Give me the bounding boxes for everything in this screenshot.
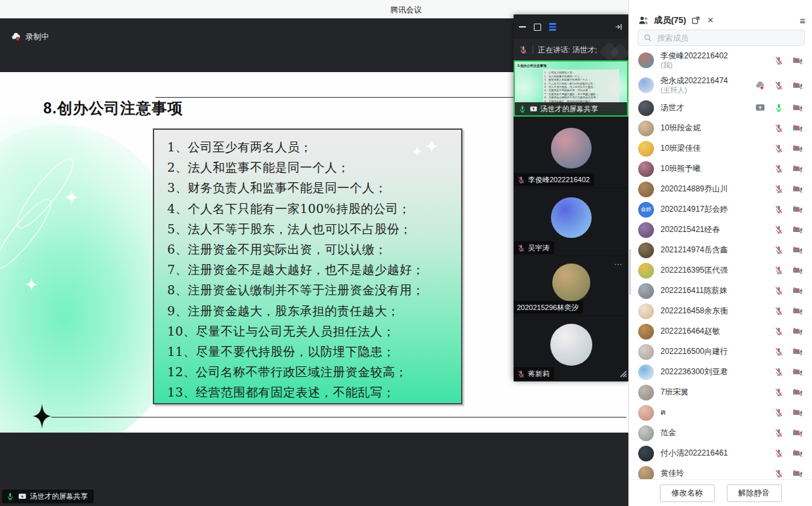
mic-muted-icon[interactable] — [774, 164, 784, 174]
mic-muted-icon[interactable] — [774, 123, 784, 133]
member-name-block: 10班梁佳佳 — [660, 144, 700, 153]
mic-muted-icon[interactable] — [774, 225, 784, 235]
mic-muted-icon[interactable] — [774, 286, 784, 296]
member-row[interactable]: 尧永成2022216474(主持人) — [629, 73, 812, 98]
view-layout-icon[interactable] — [549, 23, 556, 31]
mic-muted-icon[interactable] — [774, 367, 784, 377]
tile-name-label: 李俊峰2022216402 — [514, 173, 594, 186]
tile-more-button[interactable]: ... — [612, 260, 625, 268]
member-row[interactable]: 范金 — [629, 423, 812, 443]
mic-muted-icon[interactable] — [774, 326, 784, 336]
mic-on-icon — [6, 492, 14, 501]
cam-muted-icon[interactable] — [792, 448, 803, 458]
cam-muted-icon[interactable] — [792, 56, 803, 66]
resize-handle-icon[interactable] — [619, 368, 627, 380]
video-tile[interactable]: ...2020215296林奕汐 — [514, 256, 628, 315]
screen-share-icon[interactable] — [755, 103, 765, 113]
cam-muted-icon[interactable] — [792, 225, 803, 235]
mic-muted-icon[interactable] — [774, 469, 784, 478]
unmute-button[interactable]: 解除静音 — [727, 484, 782, 502]
member-row[interactable]: 2020214889乔山川 — [629, 179, 812, 199]
member-name-block: 范金 — [660, 429, 676, 438]
cam-muted-icon[interactable] — [792, 408, 803, 418]
mic-muted-icon[interactable] — [774, 56, 784, 66]
cam-muted-icon[interactable] — [792, 286, 803, 296]
member-name: 2020214917彭会婷 — [660, 205, 728, 214]
member-row[interactable]: 2022216464赵敏 — [629, 321, 812, 341]
cam-muted-icon[interactable] — [792, 81, 803, 90]
member-name-block: 李俊峰2022216402(我) — [660, 52, 728, 69]
mic-muted-icon[interactable] — [774, 265, 784, 275]
mic-on-icon[interactable] — [774, 103, 784, 113]
cam-muted-icon[interactable] — [792, 164, 803, 174]
mic-muted-icon[interactable] — [774, 144, 784, 153]
member-row[interactable]: 2022216458余东衡 — [629, 301, 812, 321]
cam-muted-icon[interactable] — [792, 123, 803, 133]
member-row[interactable]: 2022216395匡代强 — [629, 260, 812, 281]
cam-muted-icon[interactable] — [792, 245, 803, 255]
cam-muted-icon[interactable] — [792, 469, 803, 478]
cam-muted-icon[interactable] — [792, 144, 803, 153]
cam-muted-icon[interactable] — [792, 184, 803, 194]
mic-muted-icon[interactable] — [774, 204, 784, 214]
member-row[interactable]: 李俊峰2022216402(我) — [629, 48, 812, 73]
member-row[interactable]: 10班梁佳佳 — [629, 138, 812, 159]
member-name: 7班宋翼 — [660, 388, 689, 397]
member-name-block: 2021214974岳含鑫 — [660, 246, 728, 255]
video-tile[interactable]: 8.创办公司注意事项1、公司至少有两名人员；2、法人和监事不能是同一个人；3、财… — [514, 60, 628, 117]
panel-menu-icon[interactable]: ≡ — [800, 15, 805, 26]
slide-list-item: 2、法人和监事不能是同一个人； — [167, 157, 457, 178]
rename-button[interactable]: 修改名称 — [660, 484, 715, 502]
mic-muted-icon[interactable] — [774, 448, 784, 458]
member-row[interactable]: 7班宋翼 — [629, 382, 812, 402]
popout-panel-icon[interactable] — [691, 16, 700, 25]
cam-muted-icon[interactable] — [792, 428, 803, 438]
record-icon[interactable] — [755, 81, 765, 90]
cam-muted-icon[interactable] — [792, 103, 803, 113]
video-tile[interactable]: 吴宇涛 — [514, 188, 628, 256]
mic-muted-icon[interactable] — [774, 408, 784, 418]
mic-muted-icon[interactable] — [774, 387, 784, 397]
mic-muted-icon[interactable] — [774, 428, 784, 438]
mic-muted-icon[interactable] — [774, 184, 784, 194]
tile-name-text: 汤世才的屏幕共享 — [540, 104, 598, 114]
member-row[interactable]: 2021214974岳含鑫 — [629, 240, 812, 260]
slide-content-box: 1、公司至少有两名人员；2、法人和监事不能是同一个人；3、财务负责人和监事不能是… — [153, 128, 462, 404]
member-search-box[interactable] — [638, 29, 805, 46]
cam-muted-icon[interactable] — [792, 326, 803, 336]
cam-muted-icon[interactable] — [792, 347, 803, 357]
mic-muted-icon[interactable] — [774, 347, 784, 357]
video-tiles: 8.创办公司注意事项1、公司至少有两名人员；2、法人和监事不能是同一个人；3、财… — [514, 60, 628, 381]
mic-muted-icon — [517, 244, 525, 252]
cam-muted-icon[interactable] — [792, 306, 803, 316]
close-panel-icon[interactable]: ✕ — [707, 16, 714, 25]
member-row[interactable]: 会婷2020214917彭会婷 — [629, 199, 812, 220]
cam-muted-icon[interactable] — [792, 387, 803, 397]
mic-muted-icon[interactable] — [774, 245, 784, 255]
member-row[interactable]: 2020215421经春 — [629, 220, 812, 240]
member-row[interactable]: 2022236300刘亚君 — [629, 362, 812, 382]
member-search-input[interactable] — [656, 33, 799, 43]
panel-minimize-icon[interactable] — [519, 26, 526, 28]
member-row[interactable]: ฅ — [629, 402, 812, 423]
member-row[interactable]: 付小清2022216461 — [629, 443, 812, 463]
member-avatar — [638, 425, 654, 441]
member-row[interactable]: 10班段金妮 — [629, 118, 812, 138]
video-tile[interactable]: 李俊峰2022216402 — [514, 117, 628, 187]
member-name: 2022216500向建行 — [660, 347, 728, 357]
member-row[interactable]: 黄佳玲 — [629, 463, 812, 480]
scrollbar-thumb[interactable] — [629, 249, 631, 295]
cam-muted-icon[interactable] — [792, 367, 803, 377]
collapse-panel-icon[interactable] — [614, 22, 623, 31]
cam-muted-icon[interactable] — [792, 265, 803, 275]
video-tile[interactable]: 蒋新莉 — [514, 316, 628, 381]
cam-muted-icon[interactable] — [792, 204, 803, 214]
mic-muted-icon[interactable] — [774, 81, 784, 90]
participant-avatar — [550, 324, 592, 366]
panel-maximize-icon[interactable] — [534, 24, 541, 31]
member-row[interactable]: 汤世才 — [629, 98, 812, 118]
member-row[interactable]: 2022216411陈薪姝 — [629, 281, 812, 301]
member-row[interactable]: 10班熊予曦 — [629, 159, 812, 179]
mic-muted-icon[interactable] — [774, 306, 784, 316]
member-row[interactable]: 2022216500向建行 — [629, 341, 812, 362]
